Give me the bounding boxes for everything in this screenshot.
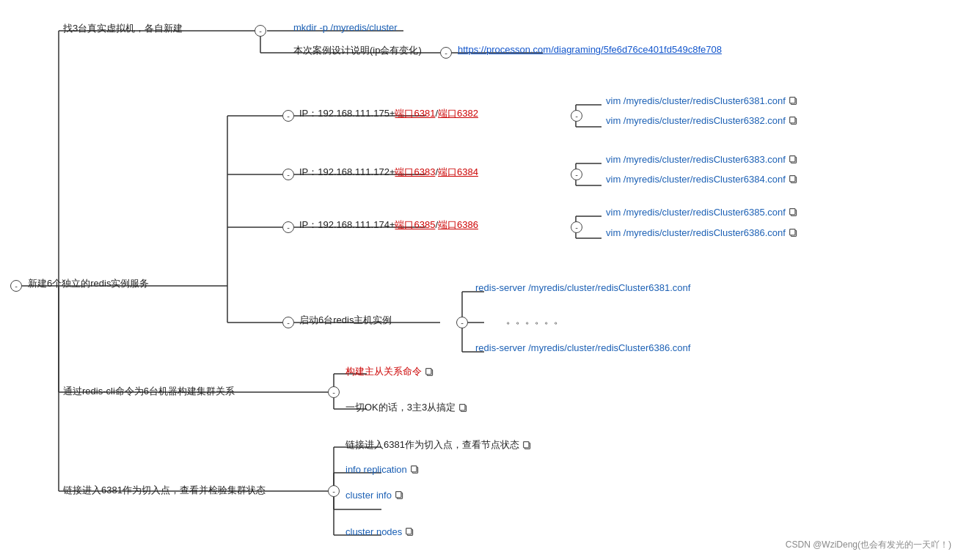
sub1-label: 找3台真实虚拟机，各自新建: [63, 22, 183, 35]
copy-icon-6386[interactable]: [789, 228, 798, 237]
root-circle[interactable]: -: [10, 280, 22, 292]
mkdir-cmd: mkdir -p /myredis/cluster: [293, 22, 398, 33]
sub1-circle[interactable]: -: [255, 25, 266, 37]
copy-icon-build-cmd[interactable]: [425, 367, 434, 377]
ip3-label: IP：192.168.111.174+端口6385/端口6386: [299, 218, 478, 232]
start-branch-circle[interactable]: -: [282, 317, 294, 328]
ip2-circle-btn[interactable]: -: [571, 169, 582, 180]
ip1-circle-btn[interactable]: -: [571, 110, 582, 122]
ip2-label: IP：192.168.111.172+端口6383/端口6384: [299, 166, 478, 179]
start-right-circle-btn[interactable]: -: [456, 317, 468, 328]
svg-rect-73: [524, 441, 529, 447]
cluster-build-cmd: 构建主从关系命令: [345, 365, 434, 378]
vim-6381: vim /myredis/cluster/redisCluster6381.co…: [606, 95, 798, 106]
start-last-cmd: redis-server /myredis/cluster/redisClust…: [475, 342, 690, 353]
vim-6386: vim /myredis/cluster/redisCluster6386.co…: [606, 227, 798, 238]
verify-replication: info replication: [345, 464, 420, 475]
copy-icon-cluster-nodes[interactable]: [405, 527, 414, 537]
start-right-circle[interactable]: -: [456, 317, 468, 328]
ip3-circle-btn[interactable]: -: [571, 221, 582, 233]
ip1-circle[interactable]: -: [571, 110, 582, 122]
verify-label: 链接进入6381作为切入点，查看并检验集群状态: [63, 484, 266, 497]
design-circle[interactable]: -: [440, 47, 452, 59]
watermark: CSDN @WziDeng(也会有发光的一天吖！): [786, 539, 951, 551]
svg-rect-61: [790, 156, 795, 162]
copy-icon-build-ok[interactable]: [458, 403, 468, 413]
svg-rect-79: [406, 528, 412, 534]
verify-cluster-nodes: cluster nodes: [345, 526, 414, 537]
svg-rect-77: [396, 492, 401, 498]
diagram: - 新建6个独立的redis实例服务 找3台真实虚拟机，各自新建 - mkdir…: [0, 0, 969, 560]
copy-icon-entry[interactable]: [522, 441, 532, 450]
verify-cluster-info: cluster info: [345, 490, 404, 501]
start-label: 启动6台redis主机实例: [299, 314, 392, 327]
design-url[interactable]: https://processon.com/diagraming/5fe6d76…: [458, 44, 722, 55]
vim-6382: vim /myredis/cluster/redisCluster6382.co…: [606, 115, 798, 126]
svg-rect-75: [411, 466, 416, 472]
root-circle-btn[interactable]: -: [10, 280, 22, 292]
verify-entry: 链接进入6381作为切入点，查看节点状态: [345, 438, 532, 452]
copy-icon-6382[interactable]: [789, 116, 798, 125]
design-circle-btn[interactable]: -: [440, 47, 452, 59]
svg-rect-63: [790, 176, 795, 182]
copy-icon-cluster-info[interactable]: [395, 490, 404, 500]
copy-icon-6383[interactable]: [789, 155, 798, 164]
svg-rect-67: [790, 229, 795, 235]
root-label: 新建6个独立的redis实例服务: [28, 277, 149, 290]
vim-6384: vim /myredis/cluster/redisCluster6384.co…: [606, 174, 798, 185]
ip2-branch-circle-btn[interactable]: -: [282, 169, 294, 180]
ip2-circle[interactable]: -: [571, 169, 582, 180]
ip2-branch-circle[interactable]: -: [282, 169, 294, 180]
cluster-build-ok: 一切OK的话，3主3从搞定: [345, 401, 468, 414]
ip3-branch-circle-btn[interactable]: -: [282, 221, 294, 233]
ip1-branch-circle-btn[interactable]: -: [282, 110, 294, 122]
cluster-build-circle-btn[interactable]: -: [328, 386, 340, 398]
copy-icon-replication[interactable]: [410, 465, 420, 474]
verify-circle[interactable]: -: [328, 485, 340, 497]
design-label: 本次案例设计说明(ip会有变化): [293, 44, 422, 57]
ip1-label: IP：192.168.111.175+端口6381/端口6382: [299, 107, 478, 120]
copy-icon-6384[interactable]: [789, 174, 798, 184]
vim-6385: vim /myredis/cluster/redisCluster6385.co…: [606, 207, 798, 218]
svg-rect-59: [790, 117, 795, 123]
start-dots: 。。。。。。: [506, 314, 563, 327]
ip1-branch-circle[interactable]: -: [282, 110, 294, 122]
svg-rect-65: [790, 209, 795, 215]
copy-icon-6381[interactable]: [789, 96, 798, 106]
verify-circle-btn[interactable]: -: [328, 485, 340, 497]
sub1-circle-btn[interactable]: -: [255, 25, 266, 37]
cluster-build-label: 通过redis-cli命令为6台机器构建集群关系: [63, 385, 235, 398]
start-first-cmd: redis-server /myredis/cluster/redisClust…: [475, 282, 690, 293]
ip3-circle[interactable]: -: [571, 221, 582, 233]
svg-rect-57: [790, 97, 795, 103]
ip3-branch-circle[interactable]: -: [282, 221, 294, 233]
copy-icon-6385[interactable]: [789, 207, 798, 217]
start-branch-circle-btn[interactable]: -: [282, 317, 294, 328]
cluster-build-circle[interactable]: -: [328, 386, 340, 398]
svg-rect-71: [460, 404, 465, 410]
svg-rect-69: [426, 368, 431, 374]
vim-6383: vim /myredis/cluster/redisCluster6383.co…: [606, 154, 798, 165]
